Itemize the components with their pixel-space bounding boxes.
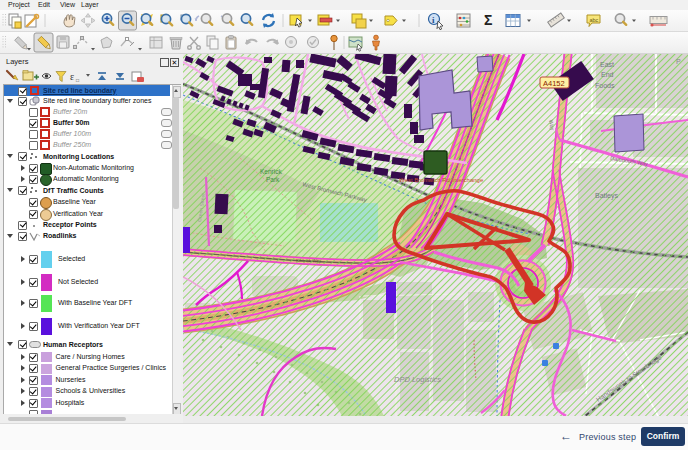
svg-text:End: End bbox=[601, 71, 614, 78]
svg-text:Kenrick Way: Kenrick Way bbox=[296, 258, 322, 263]
svg-text:ε: ε bbox=[70, 71, 74, 82]
svg-text:Kenrick: Kenrick bbox=[260, 168, 282, 175]
svg-text:□: □ bbox=[76, 77, 79, 83]
svg-text:West Bromwich Rd Interchange: West Bromwich Rd Interchange bbox=[399, 177, 484, 183]
svg-text:Batleys: Batleys bbox=[595, 192, 618, 200]
svg-text:A4152: A4152 bbox=[543, 79, 565, 88]
svg-text:Σ: Σ bbox=[484, 12, 492, 28]
svg-text:Foods: Foods bbox=[595, 82, 615, 89]
svg-text:Park: Park bbox=[266, 176, 280, 183]
svg-text:East: East bbox=[600, 61, 614, 68]
svg-text:abc: abc bbox=[590, 17, 599, 23]
svg-text:DPD Logistics: DPD Logistics bbox=[394, 375, 441, 384]
svg-text:P: P bbox=[676, 58, 681, 65]
